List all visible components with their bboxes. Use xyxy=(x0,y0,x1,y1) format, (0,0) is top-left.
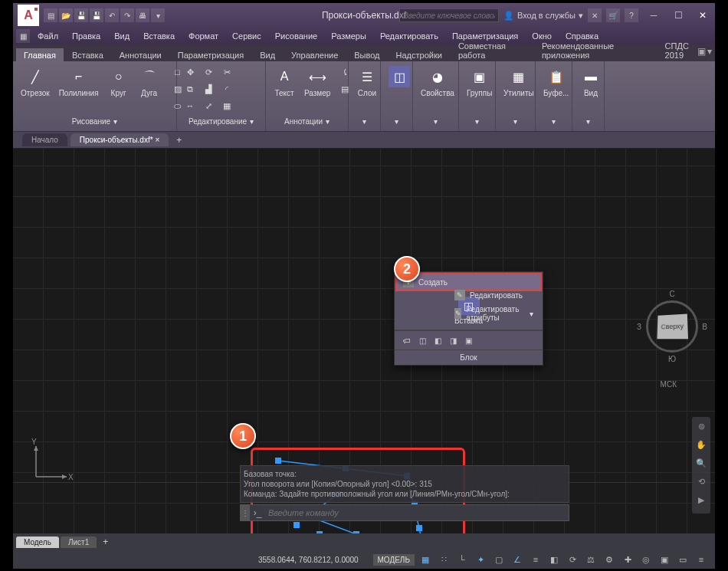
tab-close-icon[interactable]: × xyxy=(155,136,159,144)
tab-parametric[interactable]: Параметризация xyxy=(170,48,251,61)
cmdline-recent-icon[interactable]: ›_ xyxy=(250,507,265,518)
new-tab-button[interactable]: + xyxy=(172,135,186,146)
panel-block-expand[interactable]: ▾ xyxy=(385,114,408,128)
coordinates[interactable]: 3558.0644, 760.8212, 0.0000 xyxy=(258,556,359,564)
panel-view-expand[interactable]: ▾ xyxy=(577,114,599,128)
wcs-label[interactable]: МСК xyxy=(661,380,677,389)
panel-annot-title[interactable]: Аннотации▾ xyxy=(271,114,343,128)
app-menu-icon[interactable]: A xyxy=(18,5,39,26)
dimension-button[interactable]: ⟷Размер xyxy=(301,64,333,99)
dd-icon-2[interactable]: ◫ xyxy=(416,334,428,346)
layers-button[interactable]: ☰Слои xyxy=(353,64,381,99)
transparency-icon[interactable]: ◧ xyxy=(546,553,562,566)
doc-tab-start[interactable]: Начало xyxy=(22,133,67,146)
tab-collaborate[interactable]: Совместная работа xyxy=(451,39,533,61)
nav-pan-icon[interactable]: ✋ xyxy=(692,440,710,454)
help-icon[interactable]: ? xyxy=(625,8,638,22)
rotate-icon[interactable]: ⟳ xyxy=(200,64,217,80)
tab-annotate[interactable]: Аннотации xyxy=(112,48,169,61)
add-layout-button[interactable]: + xyxy=(98,537,113,547)
panel-groups-expand[interactable]: ▾ xyxy=(464,114,490,128)
cmdline-handle-icon[interactable]: ⋮ xyxy=(241,505,250,520)
tab-manage[interactable]: Управление xyxy=(284,48,346,61)
annomon-icon[interactable]: ✚ xyxy=(620,553,635,566)
nav-zoom-icon[interactable]: 🔍 xyxy=(692,458,710,472)
search-input[interactable] xyxy=(399,8,499,22)
line-button[interactable]: ╱Отрезок xyxy=(18,64,53,99)
text-button[interactable]: AТекст xyxy=(271,64,298,99)
minimize-button[interactable]: ─ xyxy=(641,6,666,25)
stretch-icon[interactable]: ↔ xyxy=(182,98,198,113)
lineweight-icon[interactable]: ≡ xyxy=(528,553,543,566)
sb649-grid-icon[interactable]: ▦ xyxy=(418,553,433,566)
otrack-icon[interactable]: ∠ xyxy=(510,553,525,566)
menu-edit[interactable]: Правка xyxy=(66,30,107,42)
nav-orbit-icon[interactable]: ⟲ xyxy=(692,477,710,491)
close-button[interactable]: ✕ xyxy=(690,6,715,25)
copy-icon[interactable]: ⧉ xyxy=(182,81,198,97)
drawing-area[interactable]: ✚Создать ◫ Вставка ✎Редактировать ✎Редак… xyxy=(13,149,715,533)
tab-view[interactable]: Вид xyxy=(252,48,283,61)
array-icon[interactable]: ▦ xyxy=(218,98,235,113)
panel-draw-title[interactable]: Рисование▾ xyxy=(18,114,172,128)
panel-modify-title[interactable]: Редактирование▾ xyxy=(182,114,261,128)
groups-button[interactable]: ▣Группы xyxy=(464,64,495,99)
qat-open-icon[interactable]: 📂 xyxy=(59,8,73,22)
menu-draw[interactable]: Рисование xyxy=(269,30,323,42)
cart-icon[interactable]: 🛒 xyxy=(606,8,620,22)
command-input[interactable] xyxy=(265,508,569,517)
menu-format[interactable]: Формат xyxy=(182,30,225,42)
dd-icon-5[interactable]: ▣ xyxy=(462,334,474,346)
menu-insert[interactable]: Вставка xyxy=(137,30,181,42)
maximize-button[interactable]: ☐ xyxy=(666,6,690,25)
block-edit-item[interactable]: ✎Редактировать xyxy=(448,287,539,303)
tab-insert[interactable]: Вставка xyxy=(64,48,111,61)
menu-dimension[interactable]: Размеры xyxy=(325,30,372,42)
isolate-icon[interactable]: ◎ xyxy=(638,553,654,566)
view-cube[interactable]: Сверху С Ю В З xyxy=(646,300,698,353)
qat-print-icon[interactable]: 🖶 xyxy=(136,8,149,22)
properties-button[interactable]: ◕Свойства xyxy=(418,64,457,99)
cleanscreen-icon[interactable]: ▭ xyxy=(675,553,690,566)
tab-addins[interactable]: Надстройки xyxy=(389,48,450,61)
menu-view[interactable]: Вид xyxy=(108,30,136,42)
qat-save-icon[interactable]: 💾 xyxy=(74,8,88,22)
workspace-icon[interactable]: ⚙ xyxy=(602,553,617,566)
qat-dropdown-icon[interactable]: ▾ xyxy=(151,8,165,22)
doc-tab-current[interactable]: Прокси-объекты.dxf* × xyxy=(71,133,169,146)
menu-modify[interactable]: Редактировать xyxy=(374,30,444,42)
block-panel-button[interactable]: ◫ xyxy=(385,64,413,89)
viewcube-top[interactable]: Сверху xyxy=(657,314,688,340)
command-line[interactable]: ⋮ ›_ xyxy=(240,504,569,521)
qat-new-icon[interactable]: ▤ xyxy=(44,8,57,22)
circle-button[interactable]: ○Круг xyxy=(105,64,133,99)
panel-layers-expand[interactable]: ▾ xyxy=(353,114,375,128)
annoscale-icon[interactable]: ⚖ xyxy=(583,553,598,566)
dd-icon-1[interactable]: 🏷 xyxy=(401,334,413,346)
menu-tools[interactable]: Сервис xyxy=(226,30,267,42)
login-button[interactable]: 👤Вход в службы▾ xyxy=(503,11,583,21)
hardware-icon[interactable]: ▣ xyxy=(657,553,672,566)
qat-undo-icon[interactable]: ↶ xyxy=(105,8,119,22)
polar-icon[interactable]: ✦ xyxy=(473,553,488,566)
qat-redo-icon[interactable]: ↷ xyxy=(120,8,134,22)
utilities-button[interactable]: ▦Утилиты xyxy=(500,64,537,99)
arc-button[interactable]: ⌒Дуга xyxy=(136,64,163,99)
tab-output[interactable]: Вывод xyxy=(346,48,387,61)
status-model[interactable]: МОДЕЛЬ xyxy=(373,554,415,566)
block-editattr-item[interactable]: ✎Редактировать атрибуты▾ xyxy=(448,303,539,324)
menu-file[interactable]: Файл xyxy=(31,30,64,42)
view-button[interactable]: ▬Вид xyxy=(577,64,605,99)
cycling-icon[interactable]: ⟳ xyxy=(565,553,580,566)
customize-icon[interactable]: ≡ xyxy=(694,553,709,566)
polyline-button[interactable]: ⌐Полилиния xyxy=(56,64,102,99)
panel-clip-expand[interactable]: ▾ xyxy=(540,114,567,128)
panel-utils-expand[interactable]: ▾ xyxy=(500,114,530,128)
tab-home[interactable]: Главная xyxy=(16,48,64,61)
qat-saveas-icon[interactable]: 💾 xyxy=(90,8,103,22)
dd-icon-3[interactable]: ◧ xyxy=(431,334,444,346)
dd-icon-4[interactable]: ◨ xyxy=(447,334,459,346)
move-icon[interactable]: ✥ xyxy=(182,64,198,80)
scale-icon[interactable]: ⤢ xyxy=(200,98,217,113)
clipboard-button[interactable]: 📋Буфе... xyxy=(540,64,572,99)
